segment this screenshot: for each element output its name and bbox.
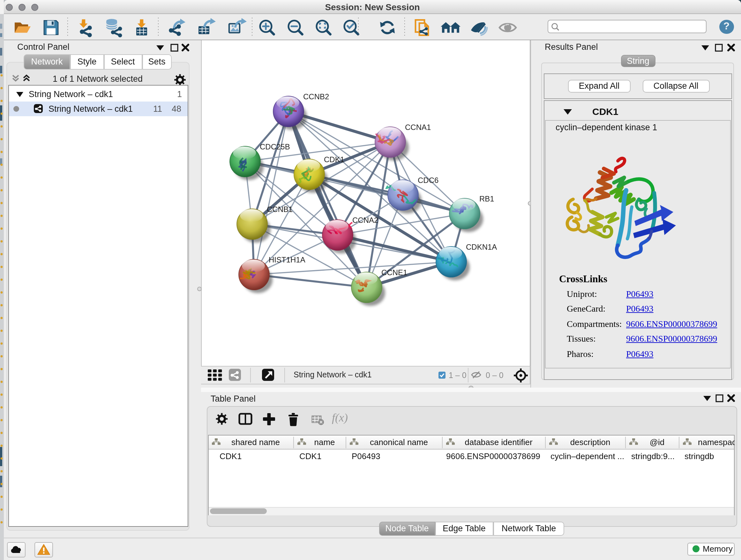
svg-text:CDK1: CDK1 [324, 155, 344, 164]
svg-text:CCNA2: CCNA2 [352, 215, 378, 224]
svg-text:CDKN1A: CDKN1A [466, 242, 497, 251]
svg-text:RB1: RB1 [479, 194, 494, 203]
svg-text:CCNB1: CCNB1 [267, 205, 293, 213]
svg-text:CCNB2: CCNB2 [303, 92, 329, 101]
svg-text:CDC6: CDC6 [418, 176, 439, 184]
svg-text:HIST1H1A: HIST1H1A [269, 255, 306, 264]
svg-text:CDC25B: CDC25B [260, 142, 290, 151]
svg-text:CCNE1: CCNE1 [381, 268, 407, 276]
svg-text:CCNA1: CCNA1 [405, 123, 431, 131]
